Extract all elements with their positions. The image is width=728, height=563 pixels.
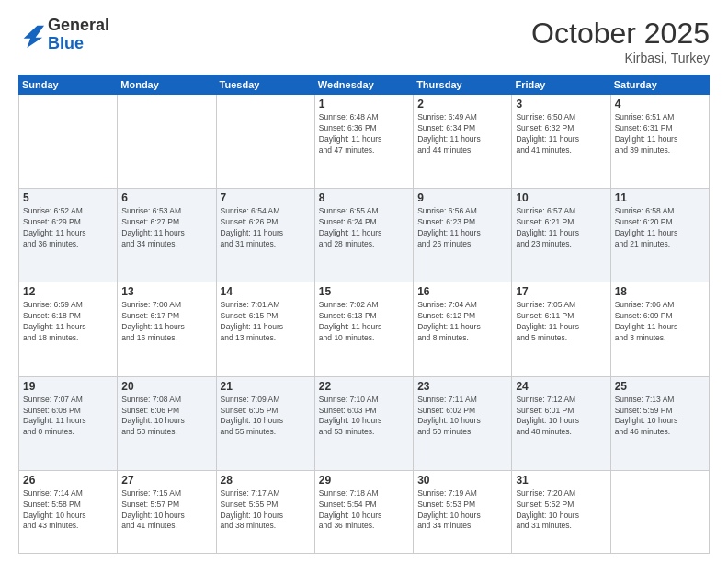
calendar-cell: 16Sunrise: 7:04 AM Sunset: 6:12 PM Dayli… xyxy=(414,282,512,376)
day-number: 26 xyxy=(23,474,113,487)
day-info: Sunrise: 7:14 AM Sunset: 5:58 PM Dayligh… xyxy=(23,488,113,533)
calendar-cell: 1Sunrise: 6:48 AM Sunset: 6:36 PM Daylig… xyxy=(314,95,413,189)
day-number: 17 xyxy=(516,285,606,298)
calendar-cell: 19Sunrise: 7:07 AM Sunset: 6:08 PM Dayli… xyxy=(19,376,118,470)
day-info: Sunrise: 7:19 AM Sunset: 5:53 PM Dayligh… xyxy=(417,488,507,533)
logo-blue-text: Blue xyxy=(48,34,84,52)
day-number: 7 xyxy=(221,191,311,204)
day-number: 4 xyxy=(615,98,705,110)
day-info: Sunrise: 7:06 AM Sunset: 6:09 PM Dayligh… xyxy=(615,300,705,344)
day-number: 1 xyxy=(319,98,409,110)
month-title: October 2025 xyxy=(531,17,710,51)
calendar-cell: 23Sunrise: 7:11 AM Sunset: 6:02 PM Dayli… xyxy=(414,376,512,470)
day-number: 12 xyxy=(23,285,113,298)
calendar-header-row: SundayMondayTuesdayWednesdayThursdayFrid… xyxy=(19,75,710,95)
col-header-monday: Monday xyxy=(118,75,216,95)
day-number: 25 xyxy=(615,380,705,393)
col-header-wednesday: Wednesday xyxy=(314,75,413,95)
day-number: 23 xyxy=(417,380,507,393)
calendar-cell: 20Sunrise: 7:08 AM Sunset: 6:06 PM Dayli… xyxy=(118,376,216,470)
header: General Blue October 2025 Kirbasi, Turke… xyxy=(18,17,710,65)
day-info: Sunrise: 7:05 AM Sunset: 6:11 PM Dayligh… xyxy=(516,300,606,344)
calendar-cell: 11Sunrise: 6:58 AM Sunset: 6:20 PM Dayli… xyxy=(610,189,709,282)
day-info: Sunrise: 7:10 AM Sunset: 6:03 PM Dayligh… xyxy=(319,395,409,439)
logo-icon xyxy=(18,22,44,48)
day-number: 14 xyxy=(221,285,311,298)
day-number: 3 xyxy=(516,98,606,110)
calendar-cell: 3Sunrise: 6:50 AM Sunset: 6:32 PM Daylig… xyxy=(512,95,610,189)
calendar-cell: 14Sunrise: 7:01 AM Sunset: 6:15 PM Dayli… xyxy=(216,282,314,376)
day-info: Sunrise: 6:52 AM Sunset: 6:29 PM Dayligh… xyxy=(23,206,113,250)
day-number: 8 xyxy=(319,191,409,204)
day-info: Sunrise: 7:01 AM Sunset: 6:15 PM Dayligh… xyxy=(221,300,311,344)
calendar-table: SundayMondayTuesdayWednesdayThursdayFrid… xyxy=(18,75,710,554)
col-header-saturday: Saturday xyxy=(610,75,709,95)
day-number: 22 xyxy=(319,380,409,393)
day-info: Sunrise: 7:12 AM Sunset: 6:01 PM Dayligh… xyxy=(516,395,606,439)
day-number: 9 xyxy=(417,191,507,204)
calendar-cell: 10Sunrise: 6:57 AM Sunset: 6:21 PM Dayli… xyxy=(512,189,610,282)
calendar-cell: 25Sunrise: 7:13 AM Sunset: 5:59 PM Dayli… xyxy=(610,376,709,470)
day-info: Sunrise: 7:02 AM Sunset: 6:13 PM Dayligh… xyxy=(319,300,409,344)
day-info: Sunrise: 7:20 AM Sunset: 5:52 PM Dayligh… xyxy=(516,488,606,533)
day-number: 20 xyxy=(121,380,211,393)
calendar-cell: 13Sunrise: 7:00 AM Sunset: 6:17 PM Dayli… xyxy=(118,282,216,376)
calendar-week-3: 12Sunrise: 6:59 AM Sunset: 6:18 PM Dayli… xyxy=(19,282,710,376)
day-number: 24 xyxy=(516,380,606,393)
calendar-cell: 26Sunrise: 7:14 AM Sunset: 5:58 PM Dayli… xyxy=(19,470,118,553)
day-info: Sunrise: 6:53 AM Sunset: 6:27 PM Dayligh… xyxy=(121,206,211,250)
calendar-cell xyxy=(610,470,709,553)
day-number: 15 xyxy=(319,285,409,298)
title-block: October 2025 Kirbasi, Turkey xyxy=(531,17,710,65)
calendar-cell: 28Sunrise: 7:17 AM Sunset: 5:55 PM Dayli… xyxy=(216,470,314,553)
day-number: 2 xyxy=(417,98,507,110)
calendar-cell xyxy=(216,95,314,189)
day-info: Sunrise: 6:51 AM Sunset: 6:31 PM Dayligh… xyxy=(615,112,705,156)
day-info: Sunrise: 7:00 AM Sunset: 6:17 PM Dayligh… xyxy=(121,300,211,344)
calendar-week-1: 1Sunrise: 6:48 AM Sunset: 6:36 PM Daylig… xyxy=(19,95,710,189)
calendar-cell: 9Sunrise: 6:56 AM Sunset: 6:23 PM Daylig… xyxy=(414,189,512,282)
calendar-cell xyxy=(19,95,118,189)
calendar-cell: 27Sunrise: 7:15 AM Sunset: 5:57 PM Dayli… xyxy=(118,470,216,553)
day-number: 16 xyxy=(417,285,507,298)
day-info: Sunrise: 7:07 AM Sunset: 6:08 PM Dayligh… xyxy=(23,395,113,439)
day-number: 11 xyxy=(615,191,705,204)
logo-general-text: General xyxy=(48,16,109,34)
calendar-cell: 7Sunrise: 6:54 AM Sunset: 6:26 PM Daylig… xyxy=(216,189,314,282)
calendar-cell: 6Sunrise: 6:53 AM Sunset: 6:27 PM Daylig… xyxy=(118,189,216,282)
calendar-cell xyxy=(118,95,216,189)
day-number: 21 xyxy=(221,380,311,393)
day-info: Sunrise: 7:08 AM Sunset: 6:06 PM Dayligh… xyxy=(121,395,211,439)
calendar-cell: 29Sunrise: 7:18 AM Sunset: 5:54 PM Dayli… xyxy=(314,470,413,553)
day-info: Sunrise: 7:09 AM Sunset: 6:05 PM Dayligh… xyxy=(221,395,311,439)
col-header-thursday: Thursday xyxy=(414,75,512,95)
calendar-cell: 2Sunrise: 6:49 AM Sunset: 6:34 PM Daylig… xyxy=(414,95,512,189)
day-number: 28 xyxy=(221,474,311,487)
day-info: Sunrise: 6:59 AM Sunset: 6:18 PM Dayligh… xyxy=(23,300,113,344)
day-info: Sunrise: 6:57 AM Sunset: 6:21 PM Dayligh… xyxy=(516,206,606,250)
day-info: Sunrise: 6:55 AM Sunset: 6:24 PM Dayligh… xyxy=(319,206,409,250)
day-number: 5 xyxy=(23,191,113,204)
page: General Blue October 2025 Kirbasi, Turke… xyxy=(0,0,728,563)
calendar-cell: 30Sunrise: 7:19 AM Sunset: 5:53 PM Dayli… xyxy=(414,470,512,553)
day-number: 6 xyxy=(121,191,211,204)
day-info: Sunrise: 7:11 AM Sunset: 6:02 PM Dayligh… xyxy=(417,395,507,439)
day-number: 18 xyxy=(615,285,705,298)
day-info: Sunrise: 6:50 AM Sunset: 6:32 PM Dayligh… xyxy=(516,112,606,156)
calendar-cell: 12Sunrise: 6:59 AM Sunset: 6:18 PM Dayli… xyxy=(19,282,118,376)
day-info: Sunrise: 7:13 AM Sunset: 5:59 PM Dayligh… xyxy=(615,395,705,439)
calendar-cell: 4Sunrise: 6:51 AM Sunset: 6:31 PM Daylig… xyxy=(610,95,709,189)
day-number: 27 xyxy=(121,474,211,487)
logo: General Blue xyxy=(18,17,109,53)
calendar-cell: 22Sunrise: 7:10 AM Sunset: 6:03 PM Dayli… xyxy=(314,376,413,470)
col-header-sunday: Sunday xyxy=(19,75,118,95)
day-number: 31 xyxy=(516,474,606,487)
calendar-cell: 15Sunrise: 7:02 AM Sunset: 6:13 PM Dayli… xyxy=(314,282,413,376)
day-number: 19 xyxy=(23,380,113,393)
day-info: Sunrise: 7:18 AM Sunset: 5:54 PM Dayligh… xyxy=(319,488,409,533)
day-info: Sunrise: 7:15 AM Sunset: 5:57 PM Dayligh… xyxy=(121,488,211,533)
day-info: Sunrise: 6:56 AM Sunset: 6:23 PM Dayligh… xyxy=(417,206,507,250)
day-number: 13 xyxy=(121,285,211,298)
calendar-cell: 8Sunrise: 6:55 AM Sunset: 6:24 PM Daylig… xyxy=(314,189,413,282)
day-info: Sunrise: 6:48 AM Sunset: 6:36 PM Dayligh… xyxy=(319,112,409,156)
